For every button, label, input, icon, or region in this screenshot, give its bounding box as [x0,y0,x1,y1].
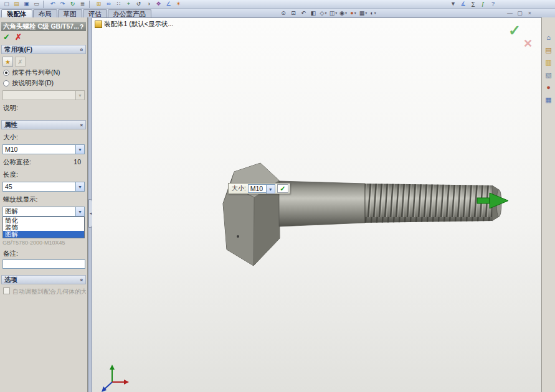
chevron-down-icon[interactable]: ▼ [266,185,275,194]
measure-icon[interactable]: ∡ [458,0,468,8]
view-settings-icon[interactable]: ◐▾ [369,9,378,17]
thread-display-combo-value: 图解 [5,207,18,216]
tab-evaluate[interactable]: 评估 [83,9,107,17]
restore-icon[interactable]: ▢ [515,9,524,17]
confirm-cancel-icon[interactable]: ✕ [523,37,533,50]
view-orientation-icon[interactable]: ◇▾ [319,9,328,17]
chevron-down-icon[interactable]: ▼ [75,207,84,216]
file-explorer-icon[interactable]: ▥ [543,57,554,67]
radio-list-by-desc[interactable]: 按说明列举(D) [3,79,87,88]
radio-list-by-desc-label: 按说明列举(D) [12,79,54,88]
property-manager-panel: 六角头螺栓 C级 GB/T57... ? ✓ ✗ 常用项(F) « ★ ✗ 按零… [0,17,88,392]
dropdown-option[interactable]: 简化 [3,217,84,224]
rebuild-icon[interactable]: ↻ [68,0,77,8]
tab-assembly[interactable]: 装配体 [1,9,32,17]
options-icon[interactable]: ≣ [78,0,87,8]
apply-scene-icon[interactable]: ▦▾ [359,9,368,17]
dropdown-option[interactable]: 图解 [3,231,84,238]
bolt-model[interactable] [92,18,541,392]
help-icon[interactable]: ? [488,0,498,8]
collapse-chevron-icon[interactable]: « [78,278,84,281]
tab-sketch[interactable]: 草图 [58,9,82,17]
mass-properties-icon[interactable]: ∑ [468,0,478,8]
zoom-to-fit-icon[interactable]: ⊙ [279,9,288,17]
dropdown-arrow-icon[interactable]: ▾ [335,9,337,17]
chevron-down-icon[interactable]: ▼ [75,145,84,154]
radio-icon[interactable] [3,80,9,86]
smart-fasteners-icon[interactable]: + [124,0,133,8]
size-label: 大小: [3,133,87,142]
move-component-icon[interactable]: ↺ [134,0,143,8]
redo-icon[interactable]: ↷ [58,0,67,8]
collapse-chevron-icon[interactable]: « [78,123,84,126]
save-icon[interactable]: ▣ [22,0,31,8]
thread-display-combo[interactable]: 图解 ▼ [2,207,85,217]
dropdown-arrow-icon[interactable]: ▾ [365,9,367,17]
section-favorites[interactable]: 常用项(F) « [1,45,86,54]
context-size-combo[interactable]: M10 ▼ [248,184,275,193]
solidworks-resources-icon[interactable]: ⌂ [543,32,554,42]
hide-show-items-icon[interactable]: ◉▾ [339,9,348,17]
dropdown-option[interactable]: 装饰 [3,224,84,231]
zoom-to-area-icon[interactable]: ⊡ [289,9,298,17]
design-library-icon[interactable]: ▤ [543,45,554,55]
tab-office-products[interactable]: 办公室产品 [108,9,152,17]
dropdown-arrow-icon[interactable]: ▾ [325,9,326,17]
print-icon[interactable]: ▭ [32,0,41,8]
graphics-viewport[interactable]: 装配体1 (默认<显示状... [92,17,541,392]
help-icon[interactable]: ? [79,23,84,30]
diameter-label: 公称直径: [3,158,31,167]
remark-input[interactable] [2,259,85,269]
window-buttons: —▢× [505,9,535,17]
equations-icon[interactable]: ƒ [478,0,488,8]
collapse-chevron-icon[interactable]: « [78,48,84,51]
section-favorites-label: 常用项(F) [4,45,32,54]
linear-component-pattern-icon[interactable]: ∷ [114,0,123,8]
context-accept-button[interactable]: ✓ [277,184,288,193]
standard-toolbar-row: ▢▤▣▭↶↷↻≣⊞∞∷+↺◑❖∠✶ ▼∡∑ƒ? [0,0,555,9]
section-properties[interactable]: 属性 « [1,120,86,129]
tab-layout[interactable]: 布局 [33,9,57,17]
section-view-icon[interactable]: ◧ [309,9,318,17]
custom-properties-icon[interactable]: ▦ [543,95,554,105]
selection-filter-icon[interactable]: ▼ [448,0,458,8]
auto-size-option: 自动调整到配合几何体的大小 [3,287,86,296]
mate-icon[interactable]: ∞ [104,0,113,8]
show-hidden-components-icon[interactable]: ◑ [144,0,153,8]
minimize-icon[interactable]: — [505,9,515,17]
appearances-scenes-icon[interactable]: ● [543,82,554,92]
solidworks-window: ▢▤▣▭↶↷↻≣⊞∞∷+↺◑❖∠✶ ▼∡∑ƒ? 装配体布局草图评估办公室产品 ⊙… [0,0,555,392]
dropdown-arrow-icon[interactable]: ▾ [345,9,347,17]
assembly-features-icon[interactable]: ❖ [154,0,163,8]
undo-icon[interactable]: ↶ [48,0,57,8]
chevron-down-icon[interactable]: ▼ [75,182,84,191]
length-combo[interactable]: 45 ▼ [2,182,85,192]
view-palette-icon[interactable]: ▧ [543,70,554,80]
dropdown-arrow-icon[interactable]: ▾ [354,9,356,17]
cancel-button[interactable]: ✗ [15,32,22,42]
panel-splitter[interactable]: ◂ [88,17,92,392]
open-icon[interactable]: ▤ [12,0,21,8]
exploded-view-icon[interactable]: ✶ [174,0,183,8]
auto-size-checkbox[interactable] [3,287,10,294]
length-combo-value: 45 [5,183,12,190]
close-icon[interactable]: × [525,9,534,17]
radio-icon[interactable] [3,70,9,76]
length-label: 长度: [3,170,87,179]
insert-component-icon[interactable]: ⊞ [94,0,103,8]
ok-button[interactable]: ✓ [3,32,10,42]
reference-geometry-icon[interactable]: ∠ [164,0,173,8]
size-combo[interactable]: M10 ▼ [2,144,85,154]
previous-view-icon[interactable]: ↶ [299,9,308,17]
display-style-icon[interactable]: ◫▾ [329,9,338,17]
favorite-buttons: ★ ✗ [2,57,87,67]
section-options[interactable]: 选项 « [1,275,86,284]
confirm-ok-icon[interactable]: ✓ [508,22,521,39]
add-favorite-button[interactable]: ★ [2,57,13,67]
delete-favorite-button: ✗ [15,57,26,67]
dropdown-arrow-icon[interactable]: ▾ [374,9,376,17]
radio-list-by-part[interactable]: 按零件号列举(N) [3,68,87,77]
new-icon[interactable]: ▢ [2,0,11,8]
edit-appearance-icon[interactable]: ●▾ [349,9,358,17]
toolbar-separator [43,1,46,8]
